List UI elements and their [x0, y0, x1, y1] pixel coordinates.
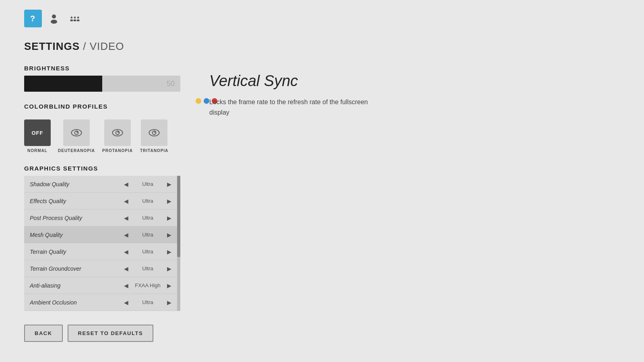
- help-icon-button[interactable]: ?: [24, 10, 42, 27]
- graphics-item-value: Ultra: [132, 232, 164, 238]
- graphics-item[interactable]: Anti-aliasing ◀ FXAA High ▶: [24, 277, 180, 294]
- graphics-item-name: Post Process Quality: [30, 215, 121, 221]
- arrow-right-icon[interactable]: ▶: [164, 265, 175, 272]
- svg-point-15: [149, 130, 159, 136]
- group-icon-button[interactable]: [66, 10, 84, 27]
- arrow-right-icon[interactable]: ▶: [164, 181, 175, 187]
- graphics-item[interactable]: Ambient Occlusion ◀ Ultra ▶: [24, 294, 180, 311]
- arrow-left-icon[interactable]: ◀: [121, 232, 132, 238]
- top-bar: ?: [24, 10, 84, 27]
- colorblind-deuteranopia-label: DEUTERANOPIA: [58, 148, 95, 153]
- svg-point-16: [153, 131, 156, 135]
- right-panel-desc: Locks the frame rate to the refresh rate…: [209, 97, 386, 117]
- arrow-right-icon[interactable]: ▶: [164, 282, 175, 289]
- arrow-right-icon[interactable]: ▶: [164, 198, 175, 204]
- graphics-item[interactable]: Mesh Quality ◀ Ultra ▶: [24, 226, 180, 243]
- colorblind-label: COLORBLIND PROFILES: [24, 103, 108, 110]
- arrow-left-icon[interactable]: ◀: [121, 299, 132, 306]
- brightness-label: BRIGHTNESS: [24, 65, 217, 72]
- arrow-right-icon[interactable]: ▶: [164, 215, 175, 221]
- graphics-item-name: Effects Quality: [30, 198, 121, 204]
- colorblind-normal-label: NORMAL: [27, 148, 47, 153]
- arrow-left-icon[interactable]: ◀: [121, 215, 132, 221]
- brightness-value: 50: [167, 80, 175, 88]
- arrow-left-icon[interactable]: ◀: [121, 249, 132, 255]
- svg-point-11: [76, 131, 78, 133]
- svg-point-9: [71, 130, 81, 136]
- graphics-item-value: Ultra: [132, 249, 164, 255]
- main-content: SETTINGS / VIDEO BRIGHTNESS 50 COLORBLIN…: [24, 40, 217, 319]
- colorblind-tritanopia-box: [141, 119, 167, 146]
- arrow-left-icon[interactable]: ◀: [121, 181, 132, 187]
- svg-point-10: [75, 131, 78, 135]
- svg-point-4: [70, 19, 73, 21]
- graphics-section: GRAPHICS SETTINGS Shadow Quality ◀ Ultra…: [24, 165, 217, 311]
- graphics-item-value: Ultra: [132, 215, 164, 221]
- colorblind-section: COLORBLIND PROFILES OFF NORMAL: [24, 103, 217, 153]
- graphics-item[interactable]: Terrain Groundcover ◀ Ultra ▶: [24, 260, 180, 277]
- colorblind-tritanopia-label: TRITANOPIA: [140, 148, 168, 153]
- colorblind-normal[interactable]: OFF NORMAL: [24, 119, 51, 153]
- svg-point-17: [154, 131, 156, 133]
- svg-point-2: [51, 20, 57, 24]
- graphics-item-name: Mesh Quality: [30, 232, 121, 238]
- graphics-item-name: Shadow Quality: [30, 181, 121, 187]
- graphics-item[interactable]: Terrain Quality ◀ Ultra ▶: [24, 243, 180, 260]
- svg-point-1: [52, 14, 56, 19]
- graphics-item-name: Anti-aliasing: [30, 282, 121, 289]
- back-button[interactable]: BACK: [24, 325, 63, 342]
- graphics-item[interactable]: Post Process Quality ◀ Ultra ▶: [24, 210, 180, 226]
- colorblind-protanopia-label: PROTANOPIA: [102, 148, 133, 153]
- right-panel-title: Vertical Sync: [209, 72, 451, 90]
- graphics-item-value: FXAA High: [132, 282, 164, 288]
- arrow-right-icon[interactable]: ▶: [164, 232, 175, 238]
- colorblind-tritanopia[interactable]: TRITANOPIA: [140, 119, 168, 153]
- graphics-item-value: Ultra: [132, 181, 164, 187]
- svg-point-3: [71, 16, 73, 19]
- svg-point-13: [116, 131, 119, 135]
- graphics-item-value: Ultra: [132, 265, 164, 272]
- graphics-item-value: Ultra: [132, 299, 164, 305]
- graphics-label: GRAPHICS SETTINGS: [24, 165, 217, 172]
- brightness-section: BRIGHTNESS 50: [24, 65, 217, 92]
- dot-yellow: [196, 98, 201, 104]
- page-title: SETTINGS / VIDEO: [24, 40, 217, 53]
- svg-point-6: [74, 19, 76, 21]
- graphics-item-name: Terrain Quality: [30, 249, 121, 255]
- right-panel: Vertical Sync Locks the frame rate to th…: [209, 72, 451, 117]
- colorblind-deuteranopia[interactable]: DEUTERANOPIA: [58, 119, 95, 153]
- person-icon-button[interactable]: [45, 10, 63, 27]
- arrow-right-icon[interactable]: ▶: [164, 249, 175, 255]
- title-light: / VIDEO: [80, 40, 124, 52]
- colorblind-profiles-row: OFF NORMAL DEUTERANOPIA: [24, 119, 217, 153]
- arrow-left-icon[interactable]: ◀: [121, 282, 132, 289]
- scrollbar-thumb[interactable]: [177, 176, 180, 257]
- svg-point-8: [77, 19, 80, 21]
- graphics-item-name: Terrain Groundcover: [30, 265, 121, 272]
- graphics-item-value: Ultra: [132, 198, 164, 204]
- bottom-buttons: BACK RESET TO DEFAULTS: [24, 325, 153, 342]
- graphics-item-name: Ambient Occlusion: [30, 299, 121, 306]
- graphics-list: Shadow Quality ◀ Ultra ▶ Effects Quality…: [24, 176, 180, 311]
- arrow-right-icon[interactable]: ▶: [164, 299, 175, 306]
- arrow-left-icon[interactable]: ◀: [121, 198, 132, 204]
- svg-text:?: ?: [30, 14, 35, 23]
- graphics-item[interactable]: Effects Quality ◀ Ultra ▶: [24, 193, 180, 210]
- svg-point-7: [77, 16, 79, 19]
- reset-button[interactable]: RESET TO DEFAULTS: [68, 325, 154, 342]
- scrollbar[interactable]: [177, 176, 180, 311]
- svg-point-14: [118, 131, 119, 133]
- svg-point-12: [112, 130, 122, 136]
- brightness-slider[interactable]: 50: [24, 76, 180, 92]
- dot-blue: [204, 98, 209, 104]
- colorblind-protanopia[interactable]: PROTANOPIA: [102, 119, 133, 153]
- arrow-left-icon[interactable]: ◀: [121, 265, 132, 272]
- colorblind-off-box: OFF: [24, 119, 51, 146]
- svg-point-5: [74, 16, 76, 19]
- title-bold: SETTINGS: [24, 40, 80, 52]
- colorblind-protanopia-box: [104, 119, 131, 146]
- graphics-item[interactable]: Shadow Quality ◀ Ultra ▶: [24, 176, 180, 193]
- brightness-fill: [24, 76, 102, 92]
- colorblind-deuteranopia-box: [63, 119, 90, 146]
